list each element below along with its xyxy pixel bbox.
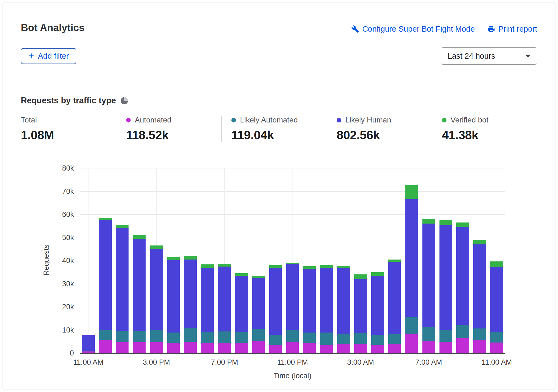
bar-segment-automated[interactable] [133,342,146,353]
bar-segment-likely-automated[interactable] [303,333,316,343]
bar-segment-likely-human[interactable] [235,276,248,332]
bar-segment-likely-human[interactable] [456,227,469,325]
configure-super-bot-fight-mode-link[interactable]: Configure Super Bot Fight Mode [351,25,475,34]
bar-segment-automated[interactable] [337,344,350,353]
bar-segment-likely-human[interactable] [201,268,214,332]
bar-15-2-00-am[interactable] [335,168,352,353]
bar-segment-automated[interactable] [218,343,231,353]
bar-segment-verified-bot[interactable] [337,266,350,268]
bar-segment-likely-human[interactable] [337,268,350,334]
bar-6-5-00-pm[interactable] [182,168,199,353]
bar-11-10-00-pm[interactable] [267,168,284,353]
bar-0-11-00-am[interactable] [80,168,97,353]
bar-segment-automated[interactable] [388,344,401,353]
bar-22-9-00-am[interactable] [454,168,471,353]
bar-segment-verified-bot[interactable] [422,219,435,224]
bar-segment-likely-automated[interactable] [354,333,367,344]
bar-13-12-00-am[interactable] [301,168,318,353]
bar-segment-automated[interactable] [82,351,95,353]
bar-segment-verified-bot[interactable] [150,245,163,249]
bar-9-8-00-pm[interactable] [233,168,250,353]
bar-segment-automated[interactable] [116,342,129,353]
bar-segment-automated[interactable] [235,343,248,353]
bar-segment-likely-automated[interactable] [116,331,129,342]
bar-segment-likely-automated[interactable] [269,335,282,345]
bar-segment-likely-automated[interactable] [490,332,503,343]
bar-14-1-00-am[interactable] [318,168,335,353]
bar-3-2-00-pm[interactable] [131,168,148,353]
bar-segment-automated[interactable] [320,345,333,353]
bar-8-7-00-pm[interactable] [216,168,233,353]
bar-18-5-00-am[interactable] [386,168,403,353]
bar-segment-likely-human[interactable] [371,276,384,335]
print-report-link[interactable]: Print report [487,25,537,34]
bar-segment-likely-automated[interactable] [439,330,452,342]
bar-12-11-00-pm[interactable] [284,168,301,353]
bar-segment-likely-human[interactable] [388,262,401,334]
bar-segment-automated[interactable] [490,343,503,353]
bar-segment-verified-bot[interactable] [490,261,503,267]
bar-segment-verified-bot[interactable] [388,260,401,262]
bar-segment-likely-human[interactable] [184,260,197,328]
bar-10-9-00-pm[interactable] [250,168,267,353]
bar-segment-likely-human[interactable] [150,249,163,330]
bar-segment-verified-bot[interactable] [167,257,180,260]
bar-segment-verified-bot[interactable] [235,273,248,276]
bar-segment-likely-automated[interactable] [133,331,146,342]
bar-segment-automated[interactable] [439,342,452,353]
bar-segment-verified-bot[interactable] [184,256,197,260]
bar-segment-likely-human[interactable] [167,260,180,333]
bar-20-7-00-am[interactable] [420,168,437,353]
bar-17-4-00-am[interactable] [369,168,386,353]
bar-segment-verified-bot[interactable] [201,264,214,268]
bar-segment-verified-bot[interactable] [354,274,367,279]
bar-segment-likely-human[interactable] [252,278,265,329]
bar-segment-likely-automated[interactable] [337,334,350,344]
time-range-select[interactable]: Last 24 hours [441,47,537,65]
bar-segment-likely-automated[interactable] [422,327,435,340]
bar-segment-automated[interactable] [303,343,316,353]
bar-segment-verified-bot[interactable] [456,222,469,227]
bar-segment-likely-human[interactable] [116,228,129,331]
bar-segment-automated[interactable] [201,343,214,353]
bar-23-10-00-am[interactable] [471,168,488,353]
bar-segment-verified-bot[interactable] [116,225,129,228]
bar-segment-likely-automated[interactable] [405,317,418,334]
bar-segment-verified-bot[interactable] [405,185,418,199]
bar-19-6-00-am[interactable] [403,168,420,353]
bar-segment-likely-human[interactable] [286,264,299,330]
bar-segment-automated[interactable] [473,340,486,353]
bar-segment-verified-bot[interactable] [320,265,333,268]
bar-segment-verified-bot[interactable] [303,266,316,269]
bar-segment-likely-human[interactable] [99,220,112,330]
bar-1-12-00-pm[interactable] [97,168,114,353]
bar-segment-likely-automated[interactable] [371,335,384,345]
bar-segment-likely-human[interactable] [269,268,282,335]
bar-segment-likely-human[interactable] [82,335,95,350]
bar-segment-likely-automated[interactable] [286,330,299,342]
bar-segment-automated[interactable] [354,344,367,353]
bar-segment-verified-bot[interactable] [473,240,486,244]
bar-segment-verified-bot[interactable] [218,264,231,267]
bar-segment-automated[interactable] [405,334,418,353]
bar-segment-likely-automated[interactable] [184,328,197,342]
bar-segment-likely-human[interactable] [303,269,316,333]
add-filter-button[interactable]: + Add filter [21,48,76,64]
bar-segment-automated[interactable] [150,342,163,353]
bar-segment-automated[interactable] [371,345,384,353]
bar-segment-likely-automated[interactable] [235,332,248,343]
bar-segment-likely-human[interactable] [218,267,231,331]
bar-segment-likely-human[interactable] [490,267,503,332]
bar-segment-likely-automated[interactable] [218,331,231,343]
bar-segment-verified-bot[interactable] [252,276,265,278]
bar-segment-automated[interactable] [269,345,282,353]
bar-segment-likely-human[interactable] [133,239,146,331]
bar-segment-likely-automated[interactable] [252,329,265,341]
bar-segment-likely-automated[interactable] [473,328,486,340]
bar-segment-likely-human[interactable] [405,199,418,318]
bar-2-1-00-pm[interactable] [114,168,131,353]
bar-segment-likely-human[interactable] [473,244,486,328]
bar-segment-likely-automated[interactable] [150,330,163,342]
bar-segment-likely-automated[interactable] [388,334,401,344]
bar-segment-likely-human[interactable] [439,225,452,330]
